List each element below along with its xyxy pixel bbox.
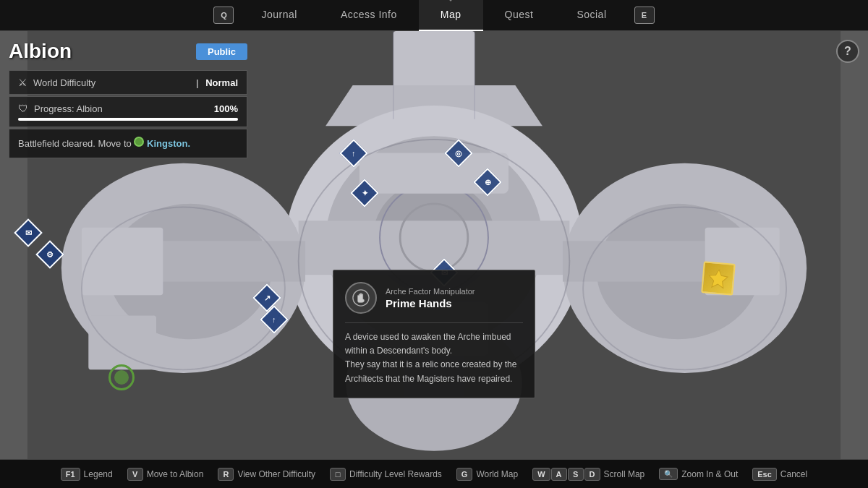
popup-header: Arche Factor Manipulator Prime Hands bbox=[345, 282, 523, 314]
key-w[interactable]: W bbox=[532, 468, 550, 481]
progress-top: 🛡 Progress: Albion 100% bbox=[18, 103, 238, 114]
top-navigation: Q Journal Access Info Map Quest Social E bbox=[0, 0, 868, 31]
diamond1-icon: ✦ bbox=[362, 189, 368, 198]
reward-svg bbox=[707, 267, 729, 289]
public-badge: Public bbox=[196, 43, 247, 60]
progress-pct: 100% bbox=[214, 103, 238, 114]
popup-divider bbox=[345, 322, 523, 323]
location-title: Albion bbox=[9, 40, 72, 63]
prime-hands-icon bbox=[352, 289, 370, 307]
location-icon bbox=[134, 137, 144, 147]
key-v[interactable]: V bbox=[127, 468, 143, 481]
key-f1[interactable]: F1 bbox=[61, 468, 80, 481]
legend-label: Legend bbox=[84, 469, 113, 479]
green-marker-inner bbox=[114, 370, 129, 385]
notice-text: Battlefield cleared. Move to bbox=[18, 138, 132, 149]
bottom-legend: F1 Legend bbox=[61, 468, 113, 481]
zoom-label: Zoom In & Out bbox=[681, 469, 738, 479]
scroll-map-label: Scroll Map bbox=[604, 469, 645, 479]
difficulty-other-label: View Other Difficulty bbox=[237, 469, 315, 479]
progress-bar-fill bbox=[18, 118, 238, 121]
bottom-move: V Move to Albion bbox=[127, 468, 204, 481]
arrow-up-icon: ↑ bbox=[352, 149, 356, 158]
bottom-cancel: Esc Cancel bbox=[752, 468, 807, 481]
popup-title-area: Arche Factor Manipulator Prime Hands bbox=[386, 287, 475, 309]
diamond2-icon: ⊕ bbox=[485, 178, 491, 187]
key-g[interactable]: G bbox=[456, 468, 473, 481]
difficulty-icon: ⚔ bbox=[18, 77, 27, 88]
progress-bar-bg bbox=[18, 118, 238, 121]
svg-marker-28 bbox=[708, 269, 728, 288]
popup-subtitle: Arche Factor Manipulator bbox=[386, 287, 475, 296]
progress-row: 🛡 Progress: Albion 100% bbox=[9, 96, 247, 127]
svg-rect-21 bbox=[88, 315, 156, 369]
item-popup: Arche Factor Manipulator Prime Hands A d… bbox=[333, 270, 535, 398]
target-icon: ◎ bbox=[455, 149, 462, 158]
key-s[interactable]: S bbox=[568, 468, 584, 481]
reward-icon[interactable] bbox=[701, 261, 736, 296]
bottom-zoom: 🔍 Zoom In & Out bbox=[659, 468, 738, 480]
left-panel: Albion Public ⚔ World Difficulty | Norma… bbox=[9, 40, 247, 160]
bottom-rewards: □ Difficulty Level Rewards bbox=[330, 468, 442, 481]
difficulty-label: ⚔ World Difficulty bbox=[18, 77, 95, 88]
difficulty-row: ⚔ World Difficulty | Normal bbox=[9, 70, 247, 95]
wasd-keys: W A S D bbox=[532, 468, 600, 481]
progress-label: 🛡 Progress: Albion bbox=[18, 103, 103, 114]
world-map-label: World Map bbox=[476, 469, 518, 479]
key-esc[interactable]: Esc bbox=[752, 468, 777, 481]
bottom-difficulty: R View Other Difficulty bbox=[218, 468, 315, 481]
green-marker[interactable] bbox=[109, 364, 135, 390]
bottom-bar: F1 Legend V Move to Albion R View Other … bbox=[0, 459, 868, 488]
key-a[interactable]: A bbox=[551, 468, 567, 481]
arrow2-icon: ↗ bbox=[264, 294, 271, 303]
cancel-label: Cancel bbox=[780, 469, 807, 479]
key-d[interactable]: D bbox=[584, 468, 600, 481]
location-dot-icon: Kingston. bbox=[134, 138, 190, 149]
notice-location-link[interactable]: Kingston. bbox=[147, 137, 190, 150]
svg-rect-20 bbox=[82, 228, 163, 296]
popup-description: A device used to awaken the Arche imbued… bbox=[345, 330, 523, 386]
battlefield-notice: Battlefield cleared. Move to Kingston. bbox=[9, 129, 247, 158]
left1-icon: ✉ bbox=[25, 228, 32, 238]
bottom-world-map: G World Map bbox=[456, 468, 518, 481]
location-header: Albion Public bbox=[9, 40, 247, 63]
bottom-scroll: W A S D Scroll Map bbox=[532, 468, 644, 481]
left3-icon: ↑ bbox=[272, 315, 276, 324]
tab-social[interactable]: Social bbox=[555, 0, 628, 31]
key-q: Q bbox=[213, 7, 234, 24]
tab-journal[interactable]: Journal bbox=[239, 0, 318, 31]
rewards-label: Difficulty Level Rewards bbox=[349, 469, 442, 479]
key-zoom[interactable]: 🔍 bbox=[659, 468, 678, 480]
tab-access-info[interactable]: Access Info bbox=[319, 0, 419, 31]
key-r[interactable]: R bbox=[218, 468, 234, 481]
difficulty-value: | Normal bbox=[196, 77, 238, 88]
key-square[interactable]: □ bbox=[330, 468, 346, 481]
tab-quest[interactable]: Quest bbox=[483, 0, 556, 31]
svg-rect-11 bbox=[299, 221, 570, 275]
left2-icon: ⚙ bbox=[46, 250, 54, 260]
move-label: Move to Albion bbox=[147, 469, 204, 479]
map-tab-decoration bbox=[438, 0, 464, 1]
popup-icon bbox=[345, 282, 377, 314]
key-e: E bbox=[634, 7, 655, 24]
tab-map[interactable]: Map bbox=[419, 0, 483, 31]
progress-icon: 🛡 bbox=[18, 103, 28, 114]
popup-title: Prime Hands bbox=[386, 297, 475, 309]
help-button[interactable]: ? bbox=[836, 40, 859, 63]
